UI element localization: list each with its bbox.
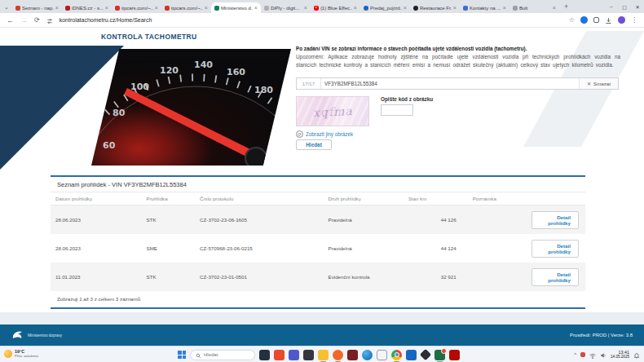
protocol-cell: CZ-3702-23-06-1605 [195,205,323,235]
tab-label: tipcars.com/~... [121,6,153,11]
tab-close-icon[interactable]: × [105,5,108,11]
station-cell: SME [142,234,196,263]
svg-text:180: 180 [254,85,273,95]
browser-tab[interactable]: Seznam - nap...× [12,2,62,13]
taskbar-app-teams-icon[interactable] [289,350,299,360]
start-button[interactable] [178,351,186,359]
tab-search-caret-icon[interactable]: ⌄ [4,4,9,11]
tab-close-icon[interactable]: × [354,5,357,11]
browser-tab[interactable]: DiPly - digit...× [261,2,311,13]
svg-text:200: 200 [274,113,291,123]
detail-button[interactable]: Detail prohlídky [532,268,579,286]
ministry-logo: Ministerstvo dopravy [11,329,62,341]
column-header: Prohlídka [142,192,196,205]
page-title: KONTROLA TACHOMETRU [96,31,202,43]
forward-button[interactable]: → [20,16,28,24]
station-cell: STK [142,263,196,291]
tab-close-icon[interactable]: × [553,5,556,11]
column-header: Datum prohlídky [51,192,142,205]
browser-tab[interactable]: Restaurace Fr...× [410,2,460,13]
taskbar-clock[interactable]: 13:41 14.05.2025 [611,350,629,360]
tab-close-icon[interactable]: × [254,5,258,11]
extensions-puzzle-icon[interactable] [593,17,599,23]
vin-input[interactable] [321,78,579,89]
taskbar-app-icon-4[interactable] [303,350,314,360]
taskbar-app-icon-9[interactable] [377,350,387,360]
close-button[interactable]: ✕ [631,4,644,10]
taskbar-app-edge-icon[interactable] [362,350,373,360]
taskbar-apps [259,350,460,360]
extension-icon[interactable] [580,16,588,24]
address-bar[interactable]: kontrolatachometru.cz/Home/Search [60,17,152,23]
taskbar-app-excel-icon[interactable] [434,350,445,360]
reload-button[interactable]: ⟳ [34,16,40,24]
tab-close-icon[interactable]: × [404,5,407,11]
tab-label: iDNES.cz - s... [72,6,104,11]
tray-app-icon[interactable] [580,352,585,357]
tab-label: Kontakty na ... [470,6,501,11]
site-info-icon[interactable] [46,13,53,28]
taskbar-app-files-icon[interactable] [318,350,329,360]
refresh-captcha-link[interactable]: ⟳ Zobrazit jiný obrázek [296,130,353,138]
browser-tab[interactable]: Kontakty na ...× [460,2,509,13]
tab-close-icon[interactable]: × [205,5,208,11]
tab-close-icon[interactable]: × [155,5,158,11]
weather-sun-icon [4,350,12,358]
tab-label: Seznam - nap... [22,6,54,11]
taskbar-app-acrobat-icon[interactable] [449,350,460,360]
bookmark-star-icon[interactable]: ☆ [569,16,575,24]
km-cell: 44 126 [404,205,468,235]
browser-tab[interactable]: (1) Blue Effec...× [311,2,360,13]
tray-caret-icon[interactable]: ^ [574,352,576,357]
menu-icon[interactable]: ⋮ [631,16,637,24]
browser-tab[interactable]: tipcars.com/~...× [161,2,211,13]
captcha-input[interactable] [381,104,413,116]
pre-footer-band [0,312,644,324]
back-button[interactable]: ← [7,16,14,24]
taskbar-app-icon-12[interactable] [420,349,431,360]
browser-tab[interactable]: iDNES.cz - s...× [62,2,112,13]
tab-close-icon[interactable]: × [453,5,457,11]
browser-tab[interactable]: Predaj_pojízd...× [360,2,410,13]
volume-icon[interactable] [600,347,607,362]
detail-button[interactable]: Detail prohlídky [532,240,579,258]
new-tab-button[interactable]: + [564,2,568,11]
clear-button[interactable]: ✕Smazat [579,78,618,89]
taskbar-app-icon-7[interactable] [347,350,358,360]
tab-favicon [65,6,70,11]
taskbar-search[interactable] [190,350,255,360]
svg-text:140: 140 [194,60,213,70]
intro-bold-text: Po zadání VIN se zobrazí informace o sta… [296,46,622,51]
footer-logo-text: Ministerstvo dopravy [28,333,62,338]
profile-avatar[interactable] [618,16,625,24]
tab-close-icon[interactable]: × [503,5,506,11]
wifi-icon[interactable] [589,347,596,362]
maximize-button[interactable]: ▢ [618,4,631,10]
tab-label: (1) Blue Effec... [320,6,352,11]
browser-tab[interactable]: tipcars.com/~...× [112,2,161,13]
column-header: Druh prohlídky [324,192,404,205]
taskbar-app-icon-2[interactable] [274,350,285,360]
download-icon[interactable] [605,13,612,28]
weather-widget[interactable]: 19°C Přev. zataženo [4,349,38,358]
weather-desc: Přev. zataženo [15,354,38,358]
window-controls: – ▢ ✕ [605,0,644,13]
notification-bell-icon[interactable] [633,347,640,362]
tab-close-icon[interactable]: × [55,5,59,11]
taskbar-app-icon-6[interactable] [333,350,343,360]
browser-tab[interactable]: Bolt× [509,2,559,13]
table-row: 28.06.2023 SME CZ-570968-23-06-0215 Prav… [51,234,585,263]
search-button[interactable]: Hledat [296,139,332,150]
results-heading: Seznam prohlídek - VIN VF3YB2MFB12L55384 [51,177,585,192]
taskbar-app-icon-11[interactable] [406,350,417,360]
toolbar-actions: ☆ ⋮ [569,13,637,28]
detail-button[interactable]: Detail prohlídky [532,211,579,229]
type-cell: Pravidelná [324,234,404,263]
taskbar-search-input[interactable] [204,352,249,357]
tab-close-icon[interactable]: × [304,5,307,11]
taskbar-app-chrome-icon[interactable] [391,350,402,360]
taskbar-app-icon-1[interactable] [259,350,270,360]
browser-tab-active[interactable]: Ministerstvo d...× [211,2,261,13]
clear-button-label: Smazat [593,81,611,86]
minimize-button[interactable]: – [605,4,618,9]
